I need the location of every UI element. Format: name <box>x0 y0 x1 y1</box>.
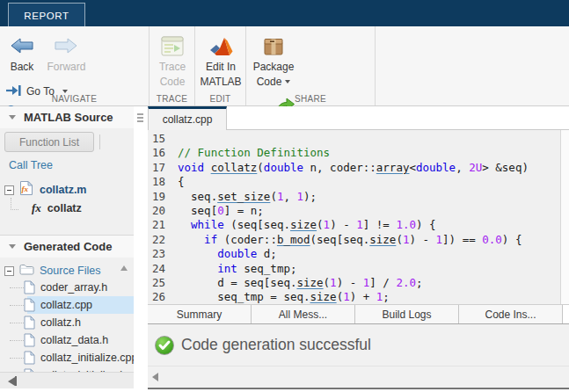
code-token <box>178 262 217 275</box>
toggle-divider <box>99 134 100 149</box>
trace-code-label-line2: Code <box>160 76 186 89</box>
document-tabstrip: collatz.cpp <box>148 106 569 130</box>
section-label-navigate: NAVIGATE <box>0 94 149 104</box>
back-arrow-icon <box>11 33 33 59</box>
bottom-tabs-filler <box>563 305 569 323</box>
function-list-toggle[interactable]: Function List <box>4 132 94 152</box>
report-window: REPORT Back F <box>0 0 569 392</box>
section-label-share: SHARE <box>246 94 375 104</box>
code-text: d = seq[seq.size(1) - 1] / 2.0; <box>178 276 423 290</box>
file-row[interactable]: collatz_initialize.cpp <box>0 349 134 367</box>
svg-text:fx: fx <box>22 185 29 193</box>
tree-connector <box>10 358 24 359</box>
package-code-label-text: Code <box>257 76 282 88</box>
bottom-tabs: SummaryAll Mess...Build LogsCode Ins... <box>148 304 569 324</box>
skip-to-start-icon[interactable] <box>8 376 17 386</box>
code-token: seq_tmp = seq. <box>178 290 310 303</box>
code-link[interactable]: array <box>376 161 410 174</box>
collapse-expander-icon[interactable] <box>4 266 14 276</box>
trace-code-label-line1: Trace <box>159 62 186 74</box>
code-token: int <box>217 262 237 275</box>
code-viewer[interactable]: 1516// Function Definitions17void collat… <box>148 130 569 304</box>
code-token: double <box>217 247 257 260</box>
code-link[interactable]: collatz <box>211 161 258 174</box>
child-function-label: collatz <box>47 202 82 214</box>
source-files-root[interactable]: Source Files <box>4 263 100 279</box>
code-text: seq.set_size(1, 1); <box>178 190 317 204</box>
code-line: 22 if (coder::b_mod(seq[seq.size(1) - 1]… <box>148 233 569 247</box>
generated-code-header[interactable]: Generated Code <box>0 235 134 258</box>
bottom-tab-code-ins[interactable]: Code Ins... <box>459 305 563 323</box>
package-code-button[interactable]: Package Code <box>248 26 299 88</box>
code-token: ) + <box>350 290 376 303</box>
matlab-source-header[interactable]: MATLAB Source <box>0 106 134 128</box>
bottom-tab-build-logs[interactable]: Build Logs <box>355 305 459 323</box>
code-token <box>178 233 204 246</box>
bottom-tab-all-mess[interactable]: All Mess... <box>252 305 355 323</box>
file-row[interactable]: collatz_data.h <box>0 331 134 349</box>
code-line: 18{ <box>148 175 569 189</box>
tree-connector <box>10 287 24 288</box>
code-token: // Function Definitions <box>178 146 330 159</box>
code-token: void <box>178 161 204 174</box>
panel-splitter[interactable] <box>134 106 148 392</box>
code-text: double d; <box>178 247 277 261</box>
titlebar: REPORT <box>0 0 569 26</box>
code-link[interactable]: size <box>296 276 323 289</box>
status-message: Code generation successful <box>181 336 371 354</box>
sidebar-hscrollbar[interactable] <box>0 372 134 389</box>
code-token: , <box>283 190 296 203</box>
success-check-icon <box>155 336 174 355</box>
code-text: if (coder::b_mod(seq[seq.size(1) - 1]) =… <box>178 233 522 247</box>
file-row[interactable]: collatz.cpp <box>0 296 134 314</box>
file-icon <box>24 316 35 330</box>
code-link[interactable]: size <box>290 218 317 231</box>
bottom-tab-summary[interactable]: Summary <box>148 305 252 323</box>
code-vscrollbar[interactable] <box>560 130 569 304</box>
code-token: seq. <box>178 190 217 203</box>
file-icon <box>24 280 35 294</box>
report-ribbon-tab[interactable]: REPORT <box>8 3 85 27</box>
toolbar-group-share: Package Code Export Report Information S… <box>246 26 376 105</box>
file-row[interactable]: coder_array.h <box>0 279 134 296</box>
code-token: 2U <box>469 161 482 174</box>
scroll-left-icon[interactable] <box>152 373 158 381</box>
trace-code-button[interactable]: Trace Code <box>150 26 195 88</box>
main-hscrollbar[interactable] <box>148 366 569 388</box>
forward-label: Forward <box>47 62 85 74</box>
tree-connector <box>11 198 18 210</box>
code-token: d = seq[seq. <box>178 276 296 289</box>
code-link[interactable]: b_mod <box>277 233 310 246</box>
tree-scroll-up-icon[interactable] <box>120 265 128 271</box>
code-token: (seq[seq. <box>224 218 290 231</box>
file-row[interactable]: collatz.h <box>0 314 134 331</box>
code-text: seq_tmp = seq.size(1) + 1; <box>178 290 390 304</box>
source-files-label: Source Files <box>40 265 100 277</box>
code-link[interactable]: size <box>369 233 396 246</box>
code-token: ) - <box>330 218 356 231</box>
collapse-arrow-icon <box>9 115 16 120</box>
forward-button[interactable]: Forward <box>44 26 88 74</box>
tab-collatz-cpp[interactable]: collatz.cpp <box>148 106 227 130</box>
code-token: while <box>191 218 224 231</box>
code-token <box>204 161 211 174</box>
edit-in-matlab-button[interactable]: Edit In MATLAB <box>195 26 246 88</box>
collapse-arrow-icon <box>9 244 16 249</box>
code-line: 16// Function Definitions <box>148 146 569 160</box>
main-panel: collatz.cpp 1516// Function Definitions1… <box>148 106 569 392</box>
matlab-source-tree-child[interactable]: fx collatz <box>32 201 82 215</box>
collapse-expander-icon[interactable] <box>4 185 14 195</box>
call-tree-link[interactable]: Call Tree <box>9 159 53 171</box>
code-line: 20 seq[0] = n; <box>148 204 569 218</box>
sidebar-bottom-gap <box>0 388 134 392</box>
goto-dropdown-caret-icon <box>62 90 68 93</box>
code-token: if <box>204 233 217 246</box>
code-link[interactable]: set_size <box>217 190 270 203</box>
code-token: ] = n; <box>224 204 264 217</box>
code-link[interactable]: size <box>310 290 337 303</box>
line-number: 23 <box>148 247 170 261</box>
code-text: int seq_tmp; <box>178 262 296 276</box>
toolbar: Back Forward <box>0 26 569 106</box>
matlab-source-tree-root[interactable]: fx collatz.m <box>4 180 87 200</box>
back-button[interactable]: Back <box>4 26 40 74</box>
